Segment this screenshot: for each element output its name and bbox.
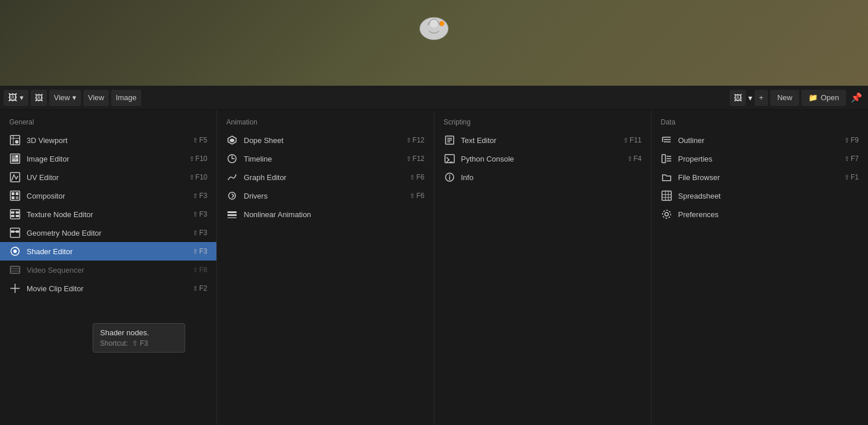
svg-rect-19 xyxy=(11,215,14,217)
properties-icon xyxy=(661,153,672,164)
dope-sheet-icon xyxy=(226,134,238,146)
python-console-shortcut: ⇧ F4 xyxy=(627,155,642,163)
svg-point-1 xyxy=(430,20,438,28)
menu-item-dope-sheet[interactable]: Dope Sheet ⇧ F12 xyxy=(217,131,433,149)
menu-item-video-sequencer[interactable]: Video Sequencer ⇧ F8 xyxy=(0,261,216,279)
menu-item-python-console[interactable]: Python Console ⇧ F4 xyxy=(435,149,651,168)
general-category-label: General xyxy=(0,116,216,131)
editor-dropdown-menu: General 3D Viewport ⇧ F5 Image Editor ⇧ … xyxy=(0,110,868,425)
view-menu-button[interactable]: View ▾ xyxy=(49,90,81,106)
svg-rect-17 xyxy=(11,211,14,214)
editor-type-selector[interactable]: 🖼 ▾ xyxy=(3,90,28,106)
image-selector-icon[interactable]: 🖼 xyxy=(730,90,746,106)
add-new-button[interactable]: + xyxy=(755,90,768,106)
compositor-shortcut: ⇧ F3 xyxy=(193,192,207,200)
menu-item-nonlinear-animation[interactable]: Nonlinear Animation xyxy=(217,205,433,224)
svg-rect-42 xyxy=(445,155,454,163)
editor-type-dropdown-icon: ▾ xyxy=(20,93,24,102)
view-button-2[interactable]: View xyxy=(83,90,109,106)
timeline-icon xyxy=(226,153,238,164)
svg-rect-36 xyxy=(227,214,237,216)
menu-item-uv-editor[interactable]: UV Editor ⇧ F10 xyxy=(0,168,216,186)
3d-viewport-shortcut: ⇧ F5 xyxy=(193,136,207,144)
spreadsheet-icon xyxy=(661,190,672,201)
menu-item-text-editor[interactable]: Text Editor ⇧ F11 xyxy=(435,131,651,149)
3d-viewport-label: 3D Viewport xyxy=(27,136,187,145)
toolbar: 🖼 ▾ 🖼 View ▾ View Image 🖼 ▾ + New 📁 Open xyxy=(0,86,868,110)
uv-editor-icon xyxy=(9,171,21,183)
dope-sheet-label: Dope Sheet xyxy=(244,136,400,145)
movie-clip-editor-shortcut: ⇧ F2 xyxy=(193,284,207,292)
new-label: New xyxy=(777,93,792,102)
menu-item-image-editor[interactable]: Image Editor ⇧ F10 xyxy=(0,149,216,168)
python-console-icon xyxy=(444,153,455,164)
svg-rect-20 xyxy=(16,215,19,217)
tooltip-title: Shader nodes. xyxy=(100,328,178,337)
animation-column: Animation Dope Sheet ⇧ F12 Timeline ⇧ F1… xyxy=(217,110,434,425)
graph-editor-icon xyxy=(226,171,238,183)
menu-item-info[interactable]: Info xyxy=(435,168,651,186)
image-selector-dropdown: ▾ xyxy=(748,93,752,102)
outliner-label: Outliner xyxy=(678,136,838,145)
svg-rect-55 xyxy=(662,191,671,200)
video-sequencer-label: Video Sequencer xyxy=(27,266,187,274)
pin-button[interactable]: 📌 xyxy=(848,90,865,106)
texture-node-editor-label: Texture Node Editor xyxy=(27,210,187,219)
editor-type-icon: 🖼 xyxy=(8,93,17,103)
toolbar-right: 🖼 ▾ + New 📁 Open 📌 xyxy=(730,90,865,106)
new-button[interactable]: New xyxy=(770,90,799,106)
view-label: View xyxy=(54,93,70,102)
menu-item-outliner[interactable]: Outliner ⇧ F9 xyxy=(652,131,868,149)
tooltip-shortcut-label: Shortcut: xyxy=(100,339,128,347)
graph-editor-shortcut: ⇧ F6 xyxy=(410,173,424,181)
file-browser-shortcut: ⇧ F1 xyxy=(844,173,859,181)
svg-rect-35 xyxy=(227,211,237,213)
menu-item-graph-editor[interactable]: Graph Editor ⇧ F6 xyxy=(217,168,433,186)
blender-logo xyxy=(414,6,454,46)
open-button[interactable]: 📁 Open xyxy=(801,90,846,106)
menu-item-spreadsheet[interactable]: Spreadsheet xyxy=(652,186,868,205)
properties-shortcut: ⇧ F7 xyxy=(844,155,859,163)
menu-item-preferences[interactable]: Preferences xyxy=(652,205,868,224)
view-dropdown-icon: ▾ xyxy=(72,93,76,102)
svg-rect-12 xyxy=(12,192,14,195)
nonlinear-animation-label: Nonlinear Animation xyxy=(244,210,418,219)
timeline-shortcut: ⇧ F12 xyxy=(406,155,425,163)
viewport-area xyxy=(0,0,868,86)
menu-item-shader-editor[interactable]: Shader Editor ⇧ F3 xyxy=(0,242,216,261)
file-browser-label: File Browser xyxy=(678,173,838,182)
svg-rect-16 xyxy=(10,210,20,219)
view-mode-icon: 🖼 xyxy=(35,93,43,102)
info-icon xyxy=(444,171,455,183)
image-editor-icon xyxy=(9,153,21,164)
add-icon: + xyxy=(759,93,764,102)
svg-point-61 xyxy=(663,210,671,218)
view-mode-button[interactable]: 🖼 xyxy=(31,90,47,106)
menu-item-properties[interactable]: Properties ⇧ F7 xyxy=(652,149,868,168)
graph-editor-label: Graph Editor xyxy=(244,173,404,182)
video-sequencer-icon xyxy=(9,264,21,276)
menu-item-file-browser[interactable]: File Browser ⇧ F1 xyxy=(652,168,868,186)
menu-item-texture-node-editor[interactable]: Texture Node Editor ⇧ F3 xyxy=(0,205,216,224)
properties-label: Properties xyxy=(678,155,838,163)
file-browser-icon xyxy=(661,171,672,183)
movie-clip-editor-icon xyxy=(9,283,21,294)
svg-point-5 xyxy=(15,140,19,144)
tooltip-shortcut-value: ⇧ F3 xyxy=(132,339,148,347)
menu-item-drivers[interactable]: Drivers ⇧ F6 xyxy=(217,186,433,205)
uv-editor-shortcut: ⇧ F10 xyxy=(189,173,208,181)
menu-item-compositor[interactable]: Compositor ⇧ F3 xyxy=(0,186,216,205)
preferences-icon xyxy=(661,208,672,220)
menu-item-movie-clip-editor[interactable]: Movie Clip Editor ⇧ F2 xyxy=(0,279,216,298)
drivers-icon xyxy=(226,190,238,201)
svg-rect-51 xyxy=(662,155,665,163)
svg-rect-15 xyxy=(16,196,19,199)
drivers-label: Drivers xyxy=(244,192,404,200)
image-menu-button[interactable]: Image xyxy=(111,90,141,106)
menu-item-timeline[interactable]: Timeline ⇧ F12 xyxy=(217,149,433,168)
shader-editor-label: Shader Editor xyxy=(27,247,187,256)
menu-item-3d-viewport[interactable]: 3D Viewport ⇧ F5 xyxy=(0,131,216,149)
svg-point-46 xyxy=(449,175,450,176)
menu-item-geometry-node-editor[interactable]: Geometry Node Editor ⇧ F3 xyxy=(0,224,216,242)
svg-rect-14 xyxy=(12,196,14,199)
